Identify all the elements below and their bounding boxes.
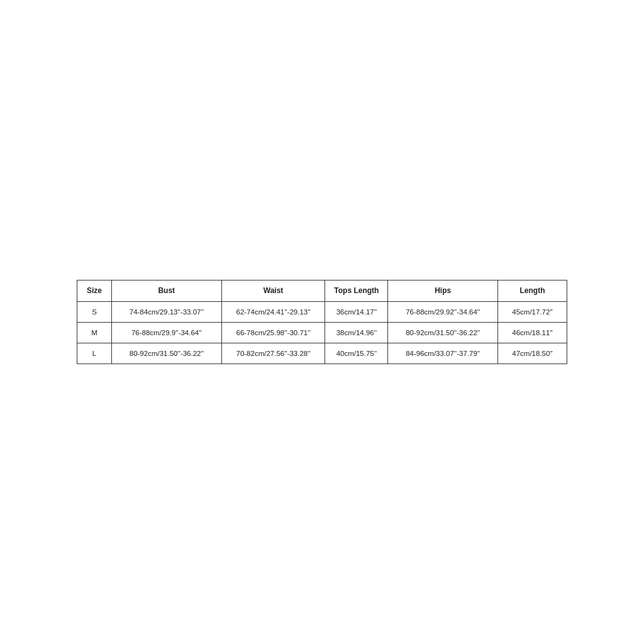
bust-s: 74-84cm/29.13''-33.07''	[111, 301, 221, 322]
header-length: Length	[498, 280, 567, 301]
tops-length-s: 36cm/14.17''	[325, 301, 388, 322]
hips-m: 80-92cm/31.50''-36.22''	[388, 322, 498, 343]
header-hips: Hips	[388, 280, 498, 301]
size-chart-container: Size Bust Waist Tops Length Hips Length …	[77, 280, 567, 364]
size-s: S	[77, 301, 112, 322]
tops-length-m: 38cm/14.96''	[325, 322, 388, 343]
bust-m: 76-88cm/29.9''-34.64''	[111, 322, 221, 343]
waist-s: 62-74cm/24.41''-29.13''	[221, 301, 325, 322]
table-row: M 76-88cm/29.9''-34.64'' 66-78cm/25.98''…	[77, 322, 567, 343]
size-chart-table: Size Bust Waist Tops Length Hips Length …	[77, 280, 567, 364]
waist-l: 70-82cm/27.56''-33.28''	[221, 343, 325, 364]
header-size: Size	[77, 280, 112, 301]
hips-l: 84-96cm/33.07''-37.79''	[388, 343, 498, 364]
size-m: M	[77, 322, 112, 343]
size-l: L	[77, 343, 112, 364]
length-s: 45cm/17.72''	[498, 301, 567, 322]
bust-l: 80-92cm/31.50''-36.22''	[111, 343, 221, 364]
hips-s: 76-88cm/29.92''-34.64''	[388, 301, 498, 322]
table-header-row: Size Bust Waist Tops Length Hips Length	[77, 280, 567, 301]
header-tops-length: Tops Length	[325, 280, 388, 301]
length-l: 47cm/18.50''	[498, 343, 567, 364]
length-m: 46cm/18.11''	[498, 322, 567, 343]
tops-length-l: 40cm/15.75''	[325, 343, 388, 364]
header-bust: Bust	[111, 280, 221, 301]
waist-m: 66-78cm/25.98''-30.71''	[221, 322, 325, 343]
header-waist: Waist	[221, 280, 325, 301]
table-row: S 74-84cm/29.13''-33.07'' 62-74cm/24.41'…	[77, 301, 567, 322]
table-row: L 80-92cm/31.50''-36.22'' 70-82cm/27.56'…	[77, 343, 567, 364]
